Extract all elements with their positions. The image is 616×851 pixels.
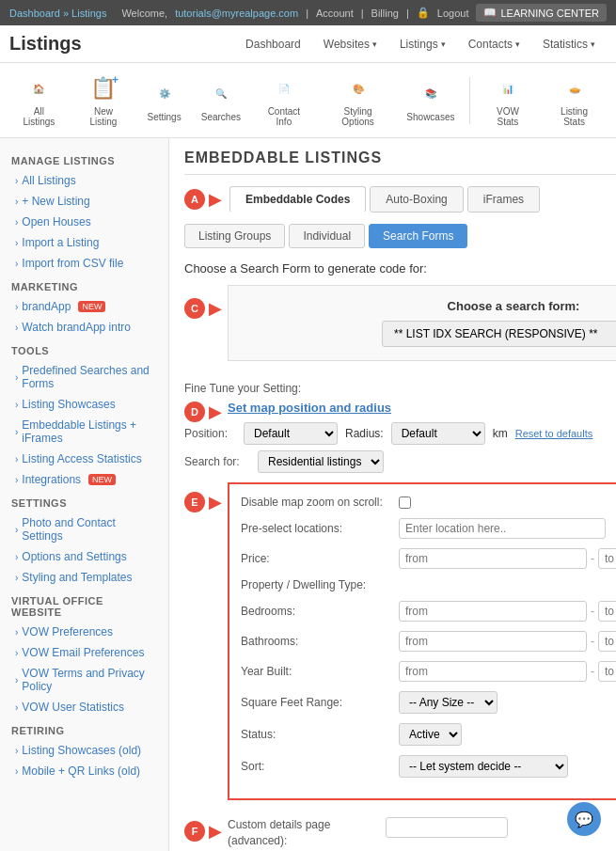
sidebar-item-vow-prefs[interactable]: › VOW Preferences <box>0 622 168 642</box>
status-select[interactable]: Active Sold <box>399 723 462 746</box>
sq-feet-select[interactable]: -- Any Size -- <box>399 691 498 714</box>
sidebar-item-open-houses[interactable]: › Open Houses <box>0 212 168 232</box>
nav-contacts[interactable]: Contacts ▾ <box>457 28 531 60</box>
nav-websites[interactable]: Websites ▾ <box>312 28 388 60</box>
sidebar-item-all-listings[interactable]: › All Listings <box>0 170 168 191</box>
contact-info-label: Contact Info <box>261 106 308 127</box>
contacts-arrow: ▾ <box>515 39 520 49</box>
bathrooms-to-input[interactable] <box>598 631 616 652</box>
sidebar-item-new-listing[interactable]: › + New Listing <box>0 191 168 212</box>
sidebar-item-access-stats[interactable]: › Listing Access Statistics <box>0 449 168 469</box>
toolbar-styling-options[interactable]: 🎨 Styling Options <box>320 69 396 132</box>
annotation-e-circle: E <box>184 492 205 512</box>
pre-select-input[interactable] <box>399 518 606 539</box>
sidebar-item-showcases[interactable]: › Listing Showcases <box>0 394 168 415</box>
position-select[interactable]: Default <box>244 422 338 445</box>
content-header: EMBEDDABLE LISTINGS [What is this?] <box>184 150 616 175</box>
sub-tab-individual[interactable]: Individual <box>289 224 365 248</box>
bedrooms-to-input[interactable] <box>598 601 616 622</box>
sidebar-item-vow-stats[interactable]: › VOW User Statistics <box>0 697 168 717</box>
styling-options-label: Styling Options <box>328 106 387 127</box>
price-to-input[interactable] <box>598 548 616 569</box>
sidebar-section-manage: MANAGE LISTINGS <box>0 148 168 170</box>
bullet: › <box>15 372 18 383</box>
sidebar-item-integrations[interactable]: › Integrations NEW <box>0 469 168 490</box>
nav-statistics[interactable]: Statistics ▾ <box>531 28 607 60</box>
toolbar-new-listing[interactable]: 📋+ New Listing <box>72 69 134 132</box>
sidebar-section-marketing: MARKETING <box>0 274 168 296</box>
sidebar-item-import-listing[interactable]: › Import a Listing <box>0 232 168 253</box>
statistics-arrow: ▾ <box>591 39 595 49</box>
search-form-section: C ▶ Choose a search form: ** LIST IDX SE… <box>184 285 616 372</box>
reset-defaults-link[interactable]: Reset to defaults <box>515 428 593 439</box>
sidebar-item-embeddable[interactable]: › Embeddable Listings + iFrames <box>0 415 168 449</box>
toolbar-vow-stats[interactable]: 📊 VOW Stats <box>478 69 538 132</box>
map-link-row: D ▶ Set map position and radius <box>184 401 616 422</box>
sidebar-item-vow-terms[interactable]: › VOW Terms and Privacy Policy <box>0 663 168 697</box>
bathrooms-from-input[interactable] <box>399 631 587 652</box>
toolbar-contact-info[interactable]: 📄 Contact Info <box>252 69 316 132</box>
search-form-select[interactable]: ** LIST IDX SEARCH (RESPONSIVE) ** Basic… <box>382 321 616 347</box>
annotation-c-arrow: ▶ <box>209 298 222 319</box>
sub-tab-listing-groups[interactable]: Listing Groups <box>184 224 285 248</box>
account-link[interactable]: Account <box>316 8 354 19</box>
sidebar-item-predefined[interactable]: › Predefined Searches and Forms <box>0 360 168 394</box>
user-email[interactable]: tutorials@myrealpage.com <box>175 8 298 19</box>
toolbar-settings[interactable]: ⚙️ Settings <box>138 74 190 127</box>
sidebar-item-brandapp[interactable]: › brandApp NEW <box>0 296 168 317</box>
tab-auto-boxing[interactable]: Auto-Boxing <box>370 186 463 213</box>
sidebar-item-mobile-qr[interactable]: › Mobile + QR Links (old) <box>0 761 168 781</box>
searches-label: Searches <box>201 112 241 122</box>
range-sep-year: - <box>591 665 594 678</box>
bedrooms-from-input[interactable] <box>399 601 587 622</box>
search-for-label: Search for: <box>184 455 250 468</box>
year-from-input[interactable] <box>399 661 587 682</box>
sidebar-item-vow-email[interactable]: › VOW Email Preferences <box>0 642 168 663</box>
fine-tune-section: Fine Tune your Setting: D ▶ Set map posi… <box>184 382 616 473</box>
map-link[interactable]: Set map position and radius <box>228 401 391 415</box>
sidebar-item-brandapp-intro[interactable]: › Watch brandApp intro <box>0 317 168 338</box>
chat-button[interactable]: 💬 <box>567 802 601 836</box>
vow-stats-icon: 📊 <box>493 73 523 103</box>
radius-select[interactable]: Default <box>391 422 485 445</box>
nav-dashboard[interactable]: Dashboard <box>234 28 312 60</box>
custom-details-label: Custom details page (advanced): <box>228 817 378 849</box>
breadcrumb-home[interactable]: Dashboard <box>9 8 60 19</box>
year-built-row: Year Built: - <box>241 661 616 682</box>
sort-label: Sort: <box>241 760 391 773</box>
pre-select-row: Pre-select locations: <box>241 518 616 539</box>
search-for-select[interactable]: Residential listings <box>258 450 384 473</box>
toolbar-searches[interactable]: 🔍 Searches <box>194 74 248 127</box>
sidebar-item-showcases-old[interactable]: › Listing Showcases (old) <box>0 740 168 761</box>
sidebar-item-options-settings[interactable]: › Options and Settings <box>0 546 168 567</box>
showcases-label: Showcases <box>406 112 454 122</box>
logout-link[interactable]: Logout <box>437 8 469 19</box>
property-type-label: Property / Dwelling Type: <box>241 578 391 591</box>
nav-listings[interactable]: Listings ▾ <box>388 28 457 60</box>
custom-details-input[interactable] <box>386 817 508 838</box>
custom-details-container: F ▶ Custom details page (advanced): <box>184 817 616 849</box>
sidebar-item-import-csv[interactable]: › Import from CSV file <box>0 253 168 274</box>
toolbar-all-listings[interactable]: 🏠 All Listings <box>9 69 69 132</box>
top-bar: Dashboard » Listings Welcome, tutorials@… <box>0 0 616 25</box>
price-from-input[interactable] <box>399 548 587 569</box>
disable-map-checkbox[interactable] <box>399 496 411 509</box>
listing-stats-label: Listing Stats <box>550 106 598 127</box>
tab-embeddable-codes[interactable]: Embeddable Codes <box>229 186 366 213</box>
toolbar-listing-stats[interactable]: 🥧 Listing Stats <box>542 69 607 132</box>
sub-tab-search-forms[interactable]: Search Forms <box>369 224 467 248</box>
sort-select[interactable]: -- Let system decide -- <box>399 755 568 778</box>
sidebar-item-photo-contact[interactable]: › Photo and Contact Settings <box>0 512 168 546</box>
annotation-a-circle: A <box>184 189 205 210</box>
annotation-f-circle: F <box>184 821 205 842</box>
tab-iframes[interactable]: iFrames <box>467 186 540 213</box>
billing-link[interactable]: Billing <box>371 8 399 19</box>
sidebar-item-styling-templates[interactable]: › Styling and Templates <box>0 567 168 588</box>
bullet: › <box>15 475 18 485</box>
price-label: Price: <box>241 552 391 565</box>
year-to-input[interactable] <box>598 661 616 682</box>
bathrooms-row: Bathrooms: - <box>241 631 616 652</box>
bullet: › <box>15 217 18 228</box>
learning-center-button[interactable]: 📖 LEARNING CENTER <box>476 4 607 22</box>
toolbar-showcases[interactable]: 📚 Showcases <box>400 74 462 127</box>
